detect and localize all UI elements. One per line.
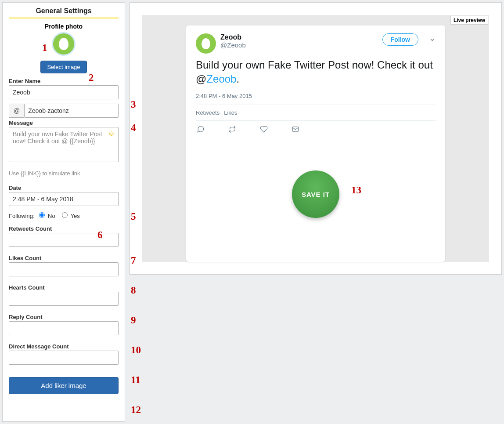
annotation-5: 5: [131, 211, 136, 222]
follow-button[interactable]: Follow: [382, 33, 418, 46]
preview-panel: Live preview Zeoob @Zeoob Follow ⌄: [130, 2, 502, 422]
message-icon[interactable]: [292, 125, 299, 135]
preview-inner: Live preview Zeoob @Zeoob Follow ⌄: [142, 15, 489, 262]
add-liker-button[interactable]: Add liker image: [9, 377, 119, 394]
reply-icon[interactable]: [197, 125, 205, 135]
enter-name-label: Enter Name: [9, 78, 119, 84]
tweet-avatar: [196, 33, 216, 54]
name-input[interactable]: [9, 85, 119, 99]
link-hint: Use {{LINK}} to simulate link: [9, 170, 119, 177]
tweet-actions: [196, 121, 436, 138]
annotation-3: 3: [131, 99, 136, 110]
at-addon: @: [9, 104, 24, 118]
following-label: Following:: [9, 213, 35, 219]
annotation-6: 6: [97, 229, 103, 241]
annotation-8: 8: [131, 285, 136, 296]
reply-label: Reply Count: [9, 314, 119, 320]
following-row: Following: No Yes: [9, 212, 119, 219]
annotation-7: 7: [131, 255, 136, 266]
likes-label: Likes Count: [9, 255, 119, 261]
dm-label: Direct Message Count: [9, 343, 119, 350]
tweet-body: Build your own Fake Twitter Post now! Ch…: [196, 58, 436, 87]
message-textarea[interactable]: Build your own Fake Twitter Post now! Ch…: [9, 127, 119, 162]
tweet-card: Zeoob @Zeoob Follow ⌄ Build your own Fak…: [186, 25, 445, 262]
annotation-2: 2: [89, 72, 94, 83]
hearts-label: Hearts Count: [9, 284, 119, 291]
tweet-date: 2:48 PM - 6 May 2015: [196, 93, 436, 99]
profile-avatar[interactable]: [53, 33, 74, 54]
tweet-stats: Retweets Likes: [196, 105, 436, 121]
preview-card: Live preview Zeoob @Zeoob Follow ⌄: [130, 2, 502, 275]
reply-input[interactable]: [9, 321, 119, 335]
tweet-body-tail: .: [236, 73, 239, 85]
hearts-input[interactable]: [9, 292, 119, 306]
select-image-button[interactable]: Select image: [40, 61, 86, 73]
likes-input[interactable]: [9, 262, 119, 276]
tweet-name: Zeoob: [220, 33, 378, 41]
following-yes-option[interactable]: Yes: [62, 213, 80, 219]
settings-sidebar: General Settings Profile photo Select im…: [2, 2, 125, 422]
following-no-option[interactable]: No: [39, 213, 55, 219]
egg-icon: [202, 38, 210, 49]
annotation-1: 1: [42, 42, 47, 54]
save-button[interactable]: SAVE IT: [292, 170, 339, 218]
message-label: Message: [9, 120, 119, 126]
egg-icon: [59, 38, 68, 50]
annotation-9: 9: [131, 315, 136, 326]
divider: [9, 18, 119, 18]
emoji-icon[interactable]: ☺: [108, 130, 115, 138]
username-input[interactable]: [24, 104, 119, 118]
sidebar-title: General Settings: [9, 7, 119, 15]
more-icon[interactable]: ⌄: [429, 33, 436, 43]
profile-photo-label: Profile photo: [9, 23, 119, 30]
annotation-10: 10: [131, 344, 141, 356]
annotation-12: 12: [131, 404, 141, 416]
retweet-icon[interactable]: [228, 125, 236, 135]
svg-rect-0: [292, 127, 299, 132]
retweets-stat-label: Retweets: [196, 109, 220, 116]
heart-icon[interactable]: [260, 125, 268, 135]
likes-stat-label: Likes: [224, 109, 237, 116]
date-label: Date: [9, 185, 119, 191]
annotation-4: 4: [131, 122, 136, 134]
stats-divider: [250, 109, 250, 116]
tweet-handle: @Zeoob: [220, 41, 378, 49]
dm-input[interactable]: [9, 351, 119, 365]
date-input[interactable]: [9, 192, 119, 206]
tweet-body-link[interactable]: Zeoob: [206, 73, 236, 85]
annotation-11: 11: [131, 374, 140, 386]
live-preview-tag: Live preview: [450, 16, 488, 25]
annotation-13: 13: [351, 185, 361, 196]
